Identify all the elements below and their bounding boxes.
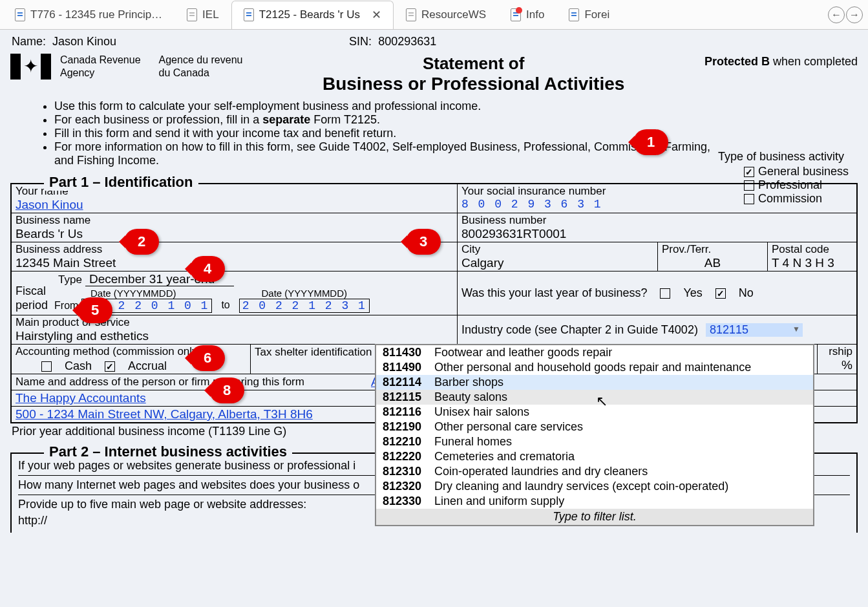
- list-item[interactable]: 812220Cemeteries and crematoria: [376, 449, 813, 464]
- flag-bar-icon: [41, 54, 51, 80]
- tab-label: Info: [526, 8, 544, 21]
- cursor-icon: ↖: [596, 393, 608, 410]
- tab-label: IEL: [202, 8, 219, 21]
- postal-label: Postal code: [772, 243, 852, 256]
- address-label: Business address: [16, 243, 453, 256]
- list-item[interactable]: 812115Beauty salons: [376, 390, 813, 405]
- part-2-legend: Part 2 – Internet business activities: [44, 443, 292, 460]
- cash-checkbox[interactable]: [41, 361, 52, 372]
- protected-b: Protected B: [704, 55, 770, 68]
- filter-hint: Type to filter list.: [376, 509, 813, 525]
- name-pair: Name: Jason Kinou: [12, 35, 116, 48]
- alert-icon: [516, 7, 522, 14]
- sin-pair: SIN: 800293631: [349, 35, 436, 48]
- close-icon[interactable]: ✕: [372, 8, 381, 22]
- flag-bar-icon: [10, 54, 21, 80]
- postal-value[interactable]: T 4 N 3 H 3: [772, 256, 852, 270]
- tab-nav: ← →: [828, 6, 865, 23]
- tab-bar: T776 - 12345 rue Princip… IEL T2125 - Be…: [0, 0, 868, 30]
- list-item[interactable]: 812320Dry cleaning and laundry services …: [376, 479, 813, 494]
- list-item[interactable]: 812210Funeral homes: [376, 434, 813, 449]
- tab-foreign[interactable]: Forei: [556, 1, 622, 29]
- percent-label: %: [821, 358, 852, 372]
- agency-en-2: Agency: [60, 67, 94, 78]
- city-label: City: [461, 243, 653, 256]
- instruction-item: Use this form to calculate your self-emp…: [54, 100, 858, 113]
- business-number-value[interactable]: 800293631RT0001: [461, 227, 852, 241]
- callout-3: 3: [406, 229, 441, 255]
- option-label: General business: [758, 165, 849, 178]
- city-value[interactable]: Calgary: [461, 256, 653, 270]
- list-item[interactable]: 812310Coin-operated laundries and dry cl…: [376, 464, 813, 479]
- instruction-item: Fill in this form and send it with your …: [54, 127, 858, 140]
- industry-code-listbox[interactable]: 811430Footwear and leather goods repair …: [375, 344, 814, 526]
- tab-iel[interactable]: IEL: [175, 1, 231, 29]
- tab-t776[interactable]: T776 - 12345 rue Princip…: [3, 1, 175, 29]
- list-item[interactable]: 812190Other personal care services: [376, 420, 813, 434]
- instruction-item: For more information on how to fill in t…: [54, 140, 714, 167]
- list-item[interactable]: 811430Footwear and leather goods repair: [376, 345, 813, 360]
- yes-label: Yes: [683, 286, 702, 300]
- list-item[interactable]: 812116Unisex hair salons: [376, 405, 813, 420]
- form-header: ✦ Canada Revenue Agency Agence du revenu…: [10, 54, 858, 94]
- title-line-2: Business or Professional Activities: [251, 74, 695, 94]
- next-tab-button[interactable]: →: [846, 6, 863, 23]
- callout-5: 5: [78, 297, 112, 323]
- industry-code-dropdown[interactable]: 812115 ▼: [706, 323, 803, 337]
- accrual-checkbox[interactable]: ✓: [105, 361, 115, 372]
- title-line-1: Statement of: [251, 54, 695, 74]
- accrual-label: Accrual: [128, 359, 167, 373]
- tab-label: Forei: [584, 8, 609, 21]
- business-number-label: Business number: [461, 214, 852, 227]
- prev-tab-button[interactable]: ←: [828, 6, 845, 23]
- agency-en-1: Canada Revenue: [60, 54, 141, 65]
- prov-value[interactable]: AB: [662, 256, 763, 270]
- protected-suffix: when completed: [770, 55, 858, 68]
- industry-code-label: Industry code (see Chapter 2 in Guide T4…: [461, 323, 698, 337]
- sin-value[interactable]: 8 0 0 2 9 3 6 3 1: [461, 198, 852, 211]
- top-info-row: Name: Jason Kinou SIN: 800293631: [10, 35, 858, 48]
- form-page: Name: Jason Kinou SIN: 800293631 ✦ Canad…: [0, 30, 868, 543]
- to-value[interactable]: 2 0 2 2 1 2 3 1: [239, 299, 370, 313]
- doc-icon: [569, 8, 579, 21]
- callout-2: 2: [124, 229, 159, 255]
- activity-heading: Type of business activity: [718, 150, 849, 164]
- doc-icon: [187, 8, 197, 21]
- address-value[interactable]: 12345 Main Street: [16, 256, 453, 270]
- preparer-name[interactable]: The Happy Accountants: [16, 391, 146, 405]
- sin-value: 800293631: [378, 35, 436, 48]
- preparer-label: Name and address of the person or firm p…: [16, 376, 304, 388]
- name-label: Name:: [12, 35, 46, 48]
- tab-resourcews[interactable]: ResourceWS: [394, 1, 498, 29]
- list-item[interactable]: 812114Barber shops: [376, 375, 813, 390]
- yes-checkbox[interactable]: [660, 288, 670, 299]
- preparer-address[interactable]: 500 - 1234 Main Street NW, Calgary, Albe…: [16, 407, 313, 421]
- no-label: No: [739, 286, 754, 300]
- agency-fr-2: du Canada: [159, 67, 209, 78]
- date-format-label: Date (YYYYMMDD): [54, 288, 212, 299]
- business-name-value[interactable]: Beards 'r Us: [16, 227, 453, 241]
- doc-icon: [406, 8, 416, 21]
- callout-8: 8: [209, 378, 244, 403]
- no-checkbox[interactable]: ✓: [715, 288, 726, 299]
- part-1-legend: Part 1 – Identification: [44, 174, 198, 191]
- cash-label: Cash: [65, 359, 92, 373]
- name-value: Jason Kinou: [52, 35, 116, 48]
- chevron-down-icon: ▼: [792, 325, 800, 334]
- list-item[interactable]: 811490Other personal and household goods…: [376, 360, 813, 375]
- callout-6: 6: [190, 345, 225, 371]
- list-item[interactable]: 812330Linen and uniform supply: [376, 494, 813, 509]
- checkbox-icon[interactable]: ✓: [744, 167, 754, 177]
- sin-label: Your social insurance number: [461, 185, 852, 198]
- doc-icon: [15, 8, 25, 21]
- doc-icon: [244, 8, 254, 21]
- fiscal-label-1: Fiscal: [16, 284, 48, 298]
- your-name-value[interactable]: Jason Kinou: [16, 198, 453, 212]
- callout-4: 4: [190, 256, 225, 282]
- tab-t2125[interactable]: T2125 - Beards 'r Us ✕: [231, 1, 394, 29]
- main-product-value[interactable]: Hairstyling and esthetics: [16, 329, 453, 343]
- activity-option-general[interactable]: ✓ General business: [744, 165, 849, 178]
- doc-icon: [511, 8, 521, 21]
- tab-info[interactable]: Info: [498, 1, 556, 29]
- sin-label: SIN:: [349, 35, 372, 48]
